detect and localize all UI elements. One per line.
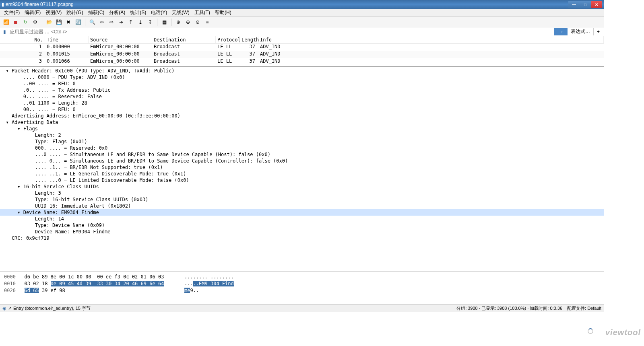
- save-file-icon[interactable]: 💾: [54, 18, 63, 27]
- menu-item[interactable]: 捕获(C): [86, 8, 107, 17]
- detail-tree-row[interactable]: Type: Flags (0x01): [0, 138, 604, 145]
- detail-tree-row[interactable]: .... .1.. = BR/EDR Not Supported: true (…: [0, 164, 604, 171]
- detail-tree-row[interactable]: Type: Device Name (0x09): [0, 222, 604, 229]
- detail-tree-row[interactable]: Length: 14: [0, 216, 604, 222]
- menu-item[interactable]: 文件(F): [2, 8, 22, 17]
- menu-item[interactable]: 帮助(H): [213, 8, 234, 17]
- col-header-protocol[interactable]: Protocol: [216, 36, 240, 43]
- detail-tree-row[interactable]: Device Name: EM9304 Findme: [0, 229, 604, 235]
- app-icon: ▮: [2, 2, 4, 7]
- open-file-icon[interactable]: 📂: [45, 18, 54, 27]
- status-profile-text[interactable]: 配置文件: Default: [567, 305, 601, 311]
- detail-tree-row[interactable]: .0.. .... = Tx Address: Public: [0, 87, 604, 93]
- detail-tree-row[interactable]: .... ...0 = LE Limited Discoverable Mode…: [0, 177, 604, 183]
- display-filter-bar: ▮ → 表达式… +: [0, 27, 604, 36]
- zoom-out-icon[interactable]: ⊖: [184, 18, 192, 27]
- zoom-reset-icon[interactable]: ⊜: [193, 18, 202, 27]
- packet-list-pane[interactable]: 10.000000EmMicroe_00:00:00BroadcastLE LL…: [0, 43, 604, 67]
- window-title: em9304 fineme 071117.pcapng: [6, 2, 568, 7]
- col-header-destination[interactable]: Destination: [152, 36, 216, 43]
- menu-item[interactable]: 视图(V): [43, 8, 64, 17]
- detail-tree-row[interactable]: Length: 3: [0, 190, 604, 196]
- resize-columns-icon[interactable]: ≡: [203, 18, 212, 27]
- status-entry-text: Entry (btcommon.eir_ad.entry), 15 字节: [13, 305, 91, 311]
- detail-tree-row[interactable]: 000. .... = Reserved: 0x0: [0, 145, 604, 151]
- menubar: 文件(F)编辑(E)视图(V)跳转(G)捕获(C)分析(A)统计(S)电话(Y)…: [0, 9, 604, 17]
- col-header-source[interactable]: Source: [89, 36, 152, 43]
- detail-tree-row[interactable]: Type: 16-bit Service Class UUIDs (0x03): [0, 196, 604, 203]
- goto-packet-icon[interactable]: ➜: [117, 18, 126, 27]
- display-filter-input[interactable]: [9, 28, 554, 35]
- menu-item[interactable]: 工具(T): [192, 8, 213, 17]
- detail-tree-row[interactable]: Advertising Address: EmMicroe_00:00:00 (…: [0, 113, 604, 119]
- detail-tree-row[interactable]: ..00 .... = RFU: 0: [0, 80, 604, 87]
- packet-bytes-pane[interactable]: 0000 d6 be 89 8e 00 1c 00 00 00 ee f3 0c…: [0, 272, 604, 304]
- colorize-icon[interactable]: ▦: [160, 18, 169, 27]
- menu-item[interactable]: 编辑(E): [22, 8, 43, 17]
- auto-scroll-icon[interactable]: ↧: [146, 18, 155, 27]
- reload-icon[interactable]: 🔄: [74, 18, 83, 27]
- hex-row[interactable]: 0000 d6 be 89 8e 00 1c 00 00 00 ee f3 0c…: [4, 274, 600, 280]
- menu-item[interactable]: 跳转(G): [64, 8, 85, 17]
- expert-info-icon[interactable]: ↗: [8, 306, 12, 311]
- menu-item[interactable]: 电话(Y): [149, 8, 169, 17]
- detail-tree-row[interactable]: Length: 2: [0, 132, 604, 138]
- detail-tree-row[interactable]: CRC: 0x9cf719: [0, 235, 604, 241]
- detail-tree-row[interactable]: ...0 .... = Simultaneous LE and BR/EDR t…: [0, 151, 604, 158]
- hex-row[interactable]: 0020 6d 65 39 ef 98 me9..: [4, 287, 600, 294]
- detail-tree-row[interactable]: .... 0... = Simultaneous LE and BR/EDR t…: [0, 158, 604, 164]
- status-packets-text: 分组: 3908 · 已显示: 3908 (100.0%) · 加载时间: 0:…: [456, 305, 562, 311]
- window-titlebar: ▮ em9304 fineme 071117.pcapng — □ ✕: [0, 0, 604, 9]
- packet-details-pane[interactable]: ▾ Packet Header: 0x1c00 (PDU Type: ADV_I…: [0, 67, 604, 272]
- main-toolbar: 📶 ◼ ↻ ⚙ 📂 💾 ✖ 🔄 🔍 ⇦ ⇨ ➜ ⤒ ⤓ ↧ ▦ ⊕ ⊖ ⊜ ≡: [0, 17, 604, 27]
- status-indicator-icon: ◉: [2, 306, 6, 311]
- menu-item[interactable]: 分析(A): [107, 8, 128, 17]
- shark-fin-icon[interactable]: 📶: [2, 18, 10, 27]
- prev-packet-icon[interactable]: ⇦: [97, 18, 106, 27]
- next-packet-icon[interactable]: ⇨: [107, 18, 116, 27]
- packet-row[interactable]: 20.001015EmMicroe_00:00:00BroadcastLE LL…: [0, 51, 604, 58]
- packet-row[interactable]: 30.001066EmMicroe_00:00:00BroadcastLE LL…: [0, 58, 604, 65]
- col-header-info[interactable]: Info: [258, 36, 604, 43]
- zoom-in-icon[interactable]: ⊕: [174, 18, 183, 27]
- add-filter-button[interactable]: +: [593, 28, 603, 35]
- col-header-time[interactable]: Time: [45, 36, 89, 43]
- detail-tree-row[interactable]: ▾ Flags: [0, 126, 604, 132]
- detail-tree-row[interactable]: .... 0000 = PDU Type: ADV_IND (0x0): [0, 74, 604, 80]
- detail-tree-row[interactable]: ▾ Device Name: EM9304 Findme: [0, 209, 604, 216]
- status-bar: ◉ ↗ Entry (btcommon.eir_ad.entry), 15 字节…: [0, 304, 604, 312]
- capture-options-icon[interactable]: ⚙: [31, 18, 39, 27]
- maximize-button[interactable]: □: [580, 1, 591, 8]
- detail-tree-row[interactable]: ▾ Advertising Data: [0, 119, 604, 126]
- menu-item[interactable]: 统计(S): [128, 8, 149, 17]
- first-packet-icon[interactable]: ⤒: [126, 18, 135, 27]
- restart-capture-icon[interactable]: ↻: [21, 18, 30, 27]
- detail-tree-row[interactable]: 00.. .... = RFU: 0: [0, 106, 604, 113]
- detail-tree-row[interactable]: UUID 16: Immediate Alert (0x1802): [0, 203, 604, 209]
- close-button[interactable]: ✕: [591, 1, 602, 8]
- hex-row[interactable]: 0010 03 02 18 0e 09 45 4d 39 33 30 34 20…: [4, 280, 600, 287]
- detail-tree-row[interactable]: 0... .... = Reserved: False: [0, 93, 604, 100]
- detail-tree-row[interactable]: ▾ 16-bit Service Class UUIDs: [0, 183, 604, 190]
- detail-tree-row[interactable]: ▾ Packet Header: 0x1c00 (PDU Type: ADV_I…: [0, 68, 604, 74]
- apply-filter-button[interactable]: →: [554, 28, 568, 35]
- menu-item[interactable]: 无线(W): [169, 8, 192, 17]
- find-icon[interactable]: 🔍: [88, 18, 97, 27]
- packet-row[interactable]: 10.000000EmMicroe_00:00:00BroadcastLE LL…: [0, 43, 604, 51]
- detail-tree-row[interactable]: .... ..1. = LE General Discoverable Mode…: [0, 171, 604, 177]
- col-header-no[interactable]: No.: [0, 36, 45, 43]
- minimize-button[interactable]: —: [568, 1, 580, 8]
- last-packet-icon[interactable]: ⤓: [136, 18, 145, 27]
- stop-capture-icon[interactable]: ◼: [11, 18, 20, 27]
- bookmark-icon[interactable]: ▮: [1, 28, 8, 35]
- close-file-icon[interactable]: ✖: [64, 18, 73, 27]
- expression-button[interactable]: 表达式…: [568, 27, 593, 36]
- detail-tree-row[interactable]: ..01 1100 = Length: 28: [0, 100, 604, 106]
- packet-list-header: No. Time Source Destination Protocol Len…: [0, 36, 604, 43]
- col-header-length[interactable]: Length: [240, 36, 258, 43]
